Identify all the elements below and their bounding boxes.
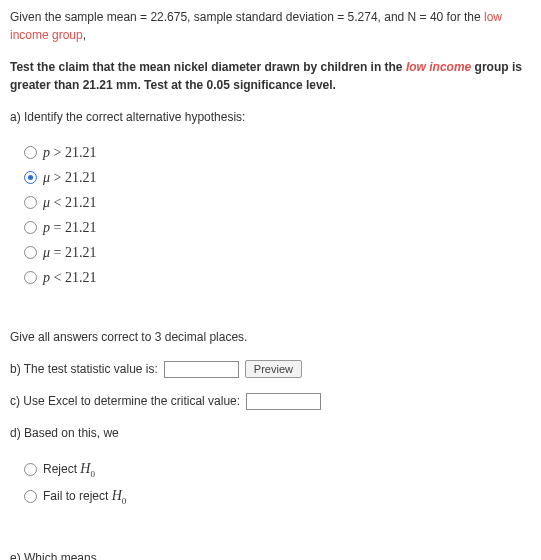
radio-icon[interactable]: [24, 171, 37, 184]
question-a: a) Identify the correct alternative hypo…: [10, 108, 531, 126]
option-a-1[interactable]: μ > 21.21: [10, 165, 531, 190]
claim-highlight: low income: [406, 60, 471, 74]
option-a-5[interactable]: p < 21.21: [10, 265, 531, 290]
intro-text: Given the sample mean = 22.675, sample s…: [10, 10, 484, 24]
critical-value-input[interactable]: [246, 393, 321, 410]
option-d-0[interactable]: Reject H0: [10, 456, 531, 483]
option-math: p = 21.21: [43, 217, 96, 238]
option-a-4[interactable]: μ = 21.21: [10, 240, 531, 265]
option-math: μ > 21.21: [43, 167, 96, 188]
radio-icon[interactable]: [24, 271, 37, 284]
question-b: b) The test statistic value is:: [10, 360, 158, 378]
radio-icon[interactable]: [24, 463, 37, 476]
option-label: Fail to reject H0: [43, 485, 126, 508]
option-math: p > 21.21: [43, 142, 96, 163]
radio-icon[interactable]: [24, 196, 37, 209]
question-e: e) Which means: [10, 549, 531, 560]
radio-icon[interactable]: [24, 490, 37, 503]
question-c-row: c) Use Excel to determine the critical v…: [10, 392, 531, 410]
test-statistic-input[interactable]: [164, 361, 239, 378]
option-a-2[interactable]: μ < 21.21: [10, 190, 531, 215]
option-label: Reject H0: [43, 458, 95, 481]
option-math: μ < 21.21: [43, 192, 96, 213]
problem-intro-1: Given the sample mean = 22.675, sample s…: [10, 8, 531, 44]
radio-icon[interactable]: [24, 221, 37, 234]
options-d: Reject H0Fail to reject H0: [10, 456, 531, 511]
question-d: d) Based on this, we: [10, 424, 531, 442]
option-math: p < 21.21: [43, 267, 96, 288]
claim-text-a: Test the claim that the mean nickel diam…: [10, 60, 406, 74]
option-math: μ = 21.21: [43, 242, 96, 263]
radio-icon[interactable]: [24, 146, 37, 159]
options-a: p > 21.21μ > 21.21μ < 21.21p = 21.21μ = …: [10, 140, 531, 290]
question-b-row: b) The test statistic value is: Preview: [10, 360, 531, 378]
option-a-3[interactable]: p = 21.21: [10, 215, 531, 240]
option-a-0[interactable]: p > 21.21: [10, 140, 531, 165]
preview-button[interactable]: Preview: [245, 360, 302, 378]
intro-text-end: ,: [83, 28, 86, 42]
option-d-1[interactable]: Fail to reject H0: [10, 483, 531, 510]
decimals-note: Give all answers correct to 3 decimal pl…: [10, 328, 531, 346]
radio-icon[interactable]: [24, 246, 37, 259]
question-c: c) Use Excel to determine the critical v…: [10, 392, 240, 410]
problem-intro-2: Test the claim that the mean nickel diam…: [10, 58, 531, 94]
